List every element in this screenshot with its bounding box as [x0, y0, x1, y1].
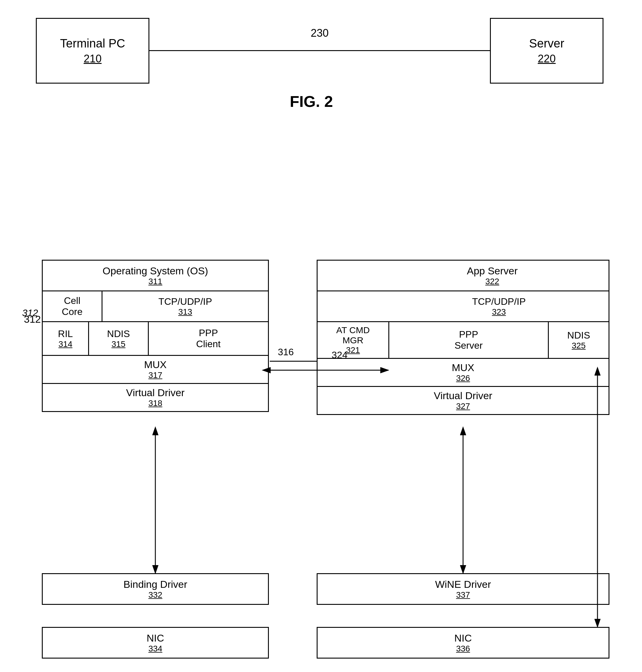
mux1-cell: MUX 317 — [43, 356, 268, 383]
nic-right-ref: 336 — [456, 644, 470, 654]
os-ref: 311 — [149, 277, 163, 286]
binding-cell: Binding Driver 332 — [43, 574, 268, 604]
wine-row: WiNE Driver 337 — [318, 574, 608, 604]
fig3-ref312: 312 — [22, 307, 38, 318]
fig2-server-label: Server — [529, 37, 564, 50]
fig2-terminal-box: Terminal PC 210 — [36, 18, 149, 83]
os-row: Operating System (OS) 311 — [43, 261, 268, 291]
ril-label: RIL — [58, 328, 73, 340]
appserver-row: App Server 322 — [318, 261, 608, 291]
fig2-terminal-ref: 210 — [84, 53, 102, 65]
mux2-ref: 326 — [456, 373, 470, 383]
wine-block: WiNE Driver 337 — [317, 573, 609, 605]
vdriver2-cell: Virtual Driver 327 — [318, 387, 608, 414]
mux1-label: MUX — [144, 359, 167, 370]
fig2-area: Terminal PC 210 Server 220 230 FIG. 2 — [36, 18, 603, 114]
nic-right-row: NIC 336 — [318, 628, 608, 658]
fig2-connection-label: 230 — [311, 27, 329, 39]
at-cmd-ref: 321 — [346, 345, 360, 355]
mux2-label: MUX — [452, 362, 474, 373]
nic-left-cell: NIC 334 — [43, 628, 268, 658]
at-cmd-cell: AT CMD MGR 321 — [318, 322, 389, 358]
ndis2-ref: 325 — [572, 341, 586, 351]
nic-right-label: NIC — [454, 632, 472, 644]
vdriver1-cell: Virtual Driver 318 — [43, 384, 268, 411]
vdriver1-ref: 318 — [149, 398, 163, 408]
fig2-server-box: Server 220 — [490, 18, 603, 83]
svg-text:316: 316 — [278, 346, 294, 357]
fig2-server-ref: 220 — [538, 53, 556, 65]
tcp2-ref: 323 — [492, 307, 506, 317]
tcp1-label: TCP/UDP/IP — [158, 296, 212, 307]
mux2-row: MUX 326 — [318, 359, 608, 387]
ppp-server-cell: PPP Server — [389, 322, 549, 358]
vdriver1-label: Virtual Driver — [126, 387, 184, 398]
diagram-container: Terminal PC 210 Server 220 230 FIG. 2 31… — [0, 0, 642, 672]
nic-left-ref: 334 — [149, 644, 163, 654]
mux1-ref: 317 — [149, 370, 163, 380]
nic-right-block: NIC 336 — [317, 627, 609, 659]
nic-left-row: NIC 334 — [43, 628, 268, 658]
cell-core-cell: Cell Core — [43, 291, 102, 321]
tcp1-ref: 313 — [178, 307, 192, 317]
ril-cell: RIL 314 — [43, 322, 89, 355]
wine-ref: 337 — [456, 590, 470, 600]
nic-left-label: NIC — [147, 632, 164, 644]
vdriver1-row: Virtual Driver 318 — [43, 384, 268, 411]
os-cell: Operating System (OS) 311 — [43, 261, 268, 290]
wine-label: WiNE Driver — [435, 579, 491, 590]
pc-block: Operating System (OS) 311 Cell Core TCP/… — [42, 260, 269, 412]
fig2-caption: FIG. 2 — [290, 93, 333, 110]
ndis2-label: NDIS — [567, 330, 590, 341]
binding-row: Binding Driver 332 — [43, 574, 268, 604]
binding-ref: 332 — [149, 590, 163, 600]
tcp1-cell: TCP/UDP/IP 313 — [102, 291, 268, 321]
at-ppp-ndis-row: AT CMD MGR 321 PPP Server NDIS 325 — [318, 322, 608, 359]
vdriver2-ref: 327 — [456, 401, 470, 411]
mux1-row: MUX 317 — [43, 356, 268, 384]
tcp-ppp-ndis-row: TCP/UDP/IP 323 — [318, 291, 608, 322]
ndis2-cell: NDIS 325 — [549, 322, 608, 358]
app-server-ref: 322 — [485, 277, 499, 286]
app-server-cell: App Server 322 — [376, 261, 608, 290]
ndis1-label: NDIS — [107, 328, 130, 340]
nic-left-block: NIC 334 — [42, 627, 269, 659]
wine-cell: WiNE Driver 337 — [318, 574, 608, 604]
vdriver2-row: Virtual Driver 327 — [318, 387, 608, 414]
cell-core-label: Cell Core — [62, 295, 82, 317]
app-server-label: App Server — [467, 265, 518, 277]
ppp-server-label: PPP Server — [454, 329, 483, 351]
vdriver2-label: Virtual Driver — [434, 390, 492, 401]
binding-block: Binding Driver 332 — [42, 573, 269, 605]
mux2-cell: MUX 326 — [318, 359, 608, 386]
nic-right-cell: NIC 336 — [318, 628, 608, 658]
ndis1-cell: NDIS 315 — [89, 322, 149, 355]
ril-ndis-ppp-row: RIL 314 NDIS 315 PPP Client — [43, 322, 268, 356]
ril-ref: 314 — [59, 340, 73, 349]
cell-tcp-row: Cell Core TCP/UDP/IP 313 — [43, 291, 268, 322]
os-label: Operating System (OS) — [102, 265, 208, 277]
tcp2-cell: TCP/UDP/IP 323 — [389, 291, 608, 321]
ndis1-ref: 315 — [112, 340, 126, 349]
tcp2-label: TCP/UDP/IP — [472, 296, 526, 307]
ppp-client-cell: PPP Client — [149, 322, 268, 355]
at-cmd-label: AT CMD MGR — [336, 325, 370, 345]
ppp-client-label: PPP Client — [196, 328, 221, 350]
binding-label: Binding Driver — [124, 579, 187, 590]
fig3-area: 312 Operating System (OS) 311 Cell Core … — [18, 260, 630, 672]
server-block: App Server 322 TCP/UDP/IP 323 AT CMD MGR… — [317, 260, 609, 415]
fig2-terminal-label: Terminal PC — [60, 37, 125, 50]
fig2-connection-line — [149, 50, 490, 51]
